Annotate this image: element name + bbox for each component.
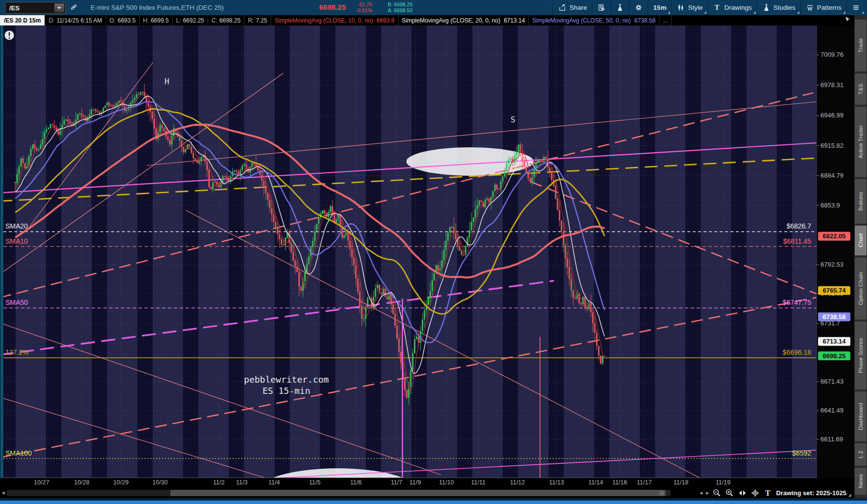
sidebar-tab-option-chain[interactable]: Option Chain <box>855 257 867 320</box>
study-cell[interactable]: SimpleMovingAvg (CLOSE, 50, 0, no)6738.5… <box>529 15 659 25</box>
drawings-icon: T <box>713 3 721 12</box>
link-icon[interactable] <box>70 3 78 11</box>
symbol-description: E-mini S&P 500 Index Futures,ETH (DEC 25… <box>91 4 224 11</box>
resize-corner-icon <box>848 494 851 497</box>
field-label: D: <box>48 17 54 24</box>
symbol-dropdown-button[interactable] <box>54 3 64 12</box>
style-button[interactable]: Style <box>671 0 707 15</box>
svg-text:T: T <box>765 489 771 497</box>
price-badge: 6713.14 <box>818 337 850 346</box>
svg-text:6713.14: 6713.14 <box>823 338 846 345</box>
dropdown-caret-icon <box>704 11 706 14</box>
price-axis-label: 6671.43 <box>820 378 844 385</box>
sidebar-tab-trade[interactable]: Trade <box>855 20 867 71</box>
scroll-left-icon[interactable]: ◀ <box>1 490 5 495</box>
ohlc-cell: H:6699.5 <box>140 15 173 25</box>
sidebar-tab-phase-scores[interactable]: Phase Scores <box>855 321 867 389</box>
dropdown-caret-icon <box>843 11 845 14</box>
change-stack: -61.75 -0.91% <box>356 1 372 13</box>
settings-icon <box>634 3 643 12</box>
price-axis-label: 6853.9 <box>820 202 840 209</box>
price-axis-label: 6792.53 <box>820 261 844 268</box>
sidebar-tab-chart[interactable]: Chart <box>855 226 867 255</box>
sidebar-tab-label: News <box>858 474 864 488</box>
drawing-set-button[interactable]: Drawing set: 2025-1025 <box>776 489 851 497</box>
field-label: R: <box>248 17 254 24</box>
sidebar-tab-label: Chart <box>858 233 864 247</box>
quick-study-button[interactable] <box>610 0 629 15</box>
drawings-button[interactable]: TDrawings <box>707 0 756 15</box>
sidebar-tab-buttons[interactable]: Buttons <box>855 179 867 224</box>
link-icon-glyph <box>70 3 78 11</box>
grip-icon <box>660 491 664 495</box>
window-bottom-edge <box>0 498 867 504</box>
price-badge: 6698.25 <box>818 351 850 360</box>
chart-header-row: /ES 20 D 15mD:11/14/25 6:15 AMO:6693.5H:… <box>0 15 854 25</box>
price-axis-label: 6884.79 <box>820 172 844 179</box>
field-value: 7.25 <box>256 17 267 24</box>
watermark-line2: ES 15-min <box>262 386 310 396</box>
bid-value: B: 6698.25 <box>388 1 413 7</box>
settings-button[interactable] <box>629 0 648 15</box>
mini-right-icon[interactable]: ▶ <box>706 491 709 495</box>
timeframe-label: 15m <box>653 4 666 11</box>
sidebar-tab-t-s[interactable]: T&S <box>855 73 867 105</box>
patterns-button[interactable]: Patterns <box>800 0 846 15</box>
expand-horizontal-button[interactable] <box>738 488 747 498</box>
sidebar-tab-dashboard[interactable]: Dashboard <box>855 391 867 441</box>
menu-icon <box>852 3 860 12</box>
time-axis-label: 11/19 <box>716 479 730 486</box>
level-label-left: SMA50 <box>5 298 28 306</box>
menu-button[interactable] <box>846 0 865 15</box>
timeframe-button[interactable]: 15m <box>648 0 671 15</box>
time-axis-label: 11/10 <box>439 479 454 486</box>
sidebar-tab-label: Phase Scores <box>858 338 864 373</box>
level-label-right: $6826.7 <box>786 222 811 230</box>
study-name: SimpleMovingAvg (CLOSE, 10, 0, no) <box>275 17 373 24</box>
bid-ask-stack: B: 6698.25 A: 6698.50 <box>388 1 413 13</box>
change-percent: -0.91% <box>356 7 372 13</box>
study-value: 6738.58 <box>634 17 656 24</box>
ohlc-cell: D:11/14/25 6:15 AM <box>45 15 106 25</box>
time-axis-label: 11/4 <box>268 479 280 486</box>
time-axis-label: 11/14 <box>588 479 603 486</box>
text-tool-button[interactable]: T <box>763 488 773 498</box>
time-axis[interactable]: 10/2710/2810/2910/3011/211/311/411/511/6… <box>0 478 854 488</box>
level-label-right: $6592 <box>792 449 811 457</box>
zoom-out-button[interactable] <box>712 488 722 498</box>
scrollbar-handle[interactable] <box>170 490 666 496</box>
right-sidebar: TradeT&SActive TraderButtonsChartOption … <box>854 15 867 498</box>
zoom-in-button[interactable] <box>725 488 734 498</box>
price-axis-label: 6915.82 <box>820 142 844 149</box>
ohlc-cell: ... <box>659 15 672 25</box>
study-cell[interactable]: SimpleMovingAvg (CLOSE, 20, 0, no)6713.1… <box>398 15 529 25</box>
pointer-tool-icon[interactable] <box>844 16 851 23</box>
svg-text:6765.74: 6765.74 <box>823 287 846 294</box>
symbol-value: /ES <box>5 4 54 12</box>
ohlc-cell: C:6698.25 <box>208 15 244 25</box>
studies-button[interactable]: Studies <box>757 0 800 15</box>
dropdown-caret-icon <box>797 11 799 14</box>
chart-canvas[interactable]: SMA20$6826.7SMA10$6811.45SMA50$6747.7512… <box>3 25 854 478</box>
price-badge: 6822.05 <box>818 232 850 241</box>
share-button[interactable]: Share <box>553 0 592 15</box>
notes-button[interactable] <box>592 0 610 15</box>
study-cell[interactable]: SimpleMovingAvg (CLOSE, 10, 0, no)6693.9 <box>271 15 398 25</box>
mini-left-icon[interactable]: ◀ <box>700 491 703 495</box>
field-label: C: <box>211 17 217 24</box>
h-scrollbar[interactable] <box>7 490 671 496</box>
pan-button[interactable] <box>750 488 760 498</box>
symbol-input[interactable]: /ES <box>5 2 66 14</box>
field-value: 6692.25 <box>183 17 204 24</box>
level-label-right: $6696.18 <box>783 348 812 356</box>
share-label: Share <box>569 4 587 11</box>
ohlc-cell: O:6693.5 <box>106 15 140 25</box>
studies-label: Studies <box>773 4 796 11</box>
sidebar-tab-news[interactable]: News <box>855 468 867 495</box>
sidebar-tab-l-2[interactable]: L 2 <box>855 443 867 466</box>
sidebar-tab-label: Active Trader <box>858 125 864 159</box>
sidebar-tab-label: Buttons <box>858 192 864 211</box>
time-axis-label: 11/13 <box>549 479 564 486</box>
time-axis-label: 11/17 <box>637 479 652 486</box>
sidebar-tab-active-trader[interactable]: Active Trader <box>855 107 867 177</box>
